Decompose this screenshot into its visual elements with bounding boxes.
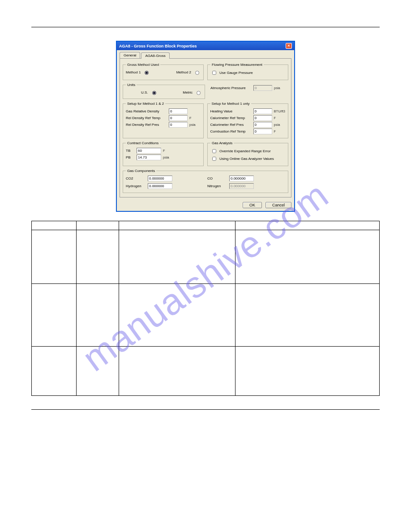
group-contract: Contract Conditions TB F PB psia (123, 141, 204, 166)
atm-unit: psia (274, 86, 280, 90)
cancel-button[interactable]: Cancel (265, 202, 291, 208)
co2-label: CO2 (126, 176, 146, 180)
group-setup-1: Setup for Method 1 only Heating Value BT… (207, 102, 288, 138)
method2-radio[interactable] (195, 71, 199, 75)
tb-label: TB (126, 149, 135, 153)
units-us-label: U.S. (141, 90, 148, 94)
pb-input[interactable] (137, 154, 161, 160)
rel-temp-label: Rel Density Ref Temp (126, 116, 167, 120)
group-legend: Flowing Pressure Measurement (210, 63, 264, 67)
units-metric-radio[interactable] (197, 91, 201, 95)
td (235, 284, 380, 347)
hv-input[interactable] (253, 108, 272, 114)
group-legend: Setup for Method 1 & 2 (126, 102, 165, 106)
group-legend: Setup for Method 1 only (210, 102, 251, 106)
online-checkbox[interactable] (212, 157, 216, 161)
table-row (32, 230, 380, 284)
n2-input (229, 183, 254, 189)
close-icon[interactable]: × (286, 43, 292, 49)
cal-pres-unit: psia (274, 123, 280, 127)
pb-label: PB (126, 155, 135, 159)
th (235, 221, 380, 230)
group-gross-method: Gross Method Used Method 1 Method 2 (123, 63, 204, 80)
table-row (32, 347, 380, 396)
rel-temp-input[interactable] (169, 115, 188, 121)
h2-input[interactable] (148, 183, 172, 189)
atm-pressure-label: Atmospheric Pressure (210, 86, 252, 90)
cal-temp-input[interactable] (253, 115, 272, 121)
grd-label: Gas Relative Density (126, 109, 167, 113)
group-flowing-pressure: Flowing Pressure Measurement Use Gauge P… (207, 63, 288, 80)
use-gauge-checkbox[interactable] (212, 71, 216, 75)
pb-unit: psia (163, 155, 169, 159)
override-checkbox[interactable] (212, 149, 216, 153)
titlebar: AGA8 - Gross Function Block Properties × (117, 42, 294, 50)
group-gas-components: Gas Components CO2 CO Hydrogen (123, 169, 288, 193)
parameter-table (31, 221, 380, 396)
tab-general[interactable]: General (120, 52, 140, 58)
td (32, 284, 77, 347)
group-legend: Gross Method Used (126, 63, 160, 67)
online-label: Using Online Gas Analyzer Values (219, 157, 274, 161)
dialog-window: AGA8 - Gross Function Block Properties ×… (116, 41, 295, 212)
tb-input[interactable] (137, 148, 161, 154)
td (32, 347, 77, 396)
tb-unit: F (163, 149, 165, 153)
td (77, 284, 119, 347)
use-gauge-label: Use Gauge Pressure (219, 71, 253, 75)
group-legend: Contract Conditions (126, 141, 160, 145)
rel-temp-unit: F (189, 116, 192, 120)
comb-temp-unit: F (274, 129, 276, 133)
grd-input[interactable] (169, 108, 188, 114)
method2-label: Method 2 (176, 70, 191, 74)
td (77, 347, 119, 396)
button-row: OK Cancel (117, 200, 294, 211)
hv-label: Heating Value (210, 109, 252, 113)
rel-pres-label: Rel Density Ref Pres (126, 123, 167, 127)
comb-temp-input[interactable] (253, 129, 272, 134)
group-legend: Gas Components (126, 169, 156, 173)
tabstrip: General AGA8-Gross (117, 50, 294, 58)
td (32, 230, 77, 284)
group-legend: Gas Analysis (210, 141, 234, 145)
table-row (32, 284, 380, 347)
bottom-rule (31, 409, 380, 410)
rel-pres-unit: psia (189, 123, 196, 127)
th (32, 221, 77, 230)
table-header-row (32, 221, 380, 230)
comb-temp-label: Combustion Ref Temp (210, 129, 252, 133)
override-label: Override Expanded Range Error (219, 149, 271, 153)
th (77, 221, 119, 230)
group-units: Units U.S. Metric (123, 83, 205, 99)
atm-pressure-input (253, 85, 272, 91)
group-legend: Units (126, 83, 137, 87)
td (235, 230, 380, 284)
co-label: CO (207, 176, 227, 180)
td (235, 347, 380, 396)
method1-radio[interactable] (145, 71, 149, 75)
td (119, 230, 235, 284)
cal-temp-label: Calorimeter Ref Temp (210, 116, 252, 120)
ok-button[interactable]: OK (243, 202, 262, 208)
units-us-radio[interactable] (152, 91, 156, 95)
co2-input[interactable] (148, 176, 172, 181)
window-title: AGA8 - Gross Function Block Properties (119, 44, 197, 48)
method1-label: Method 1 (126, 70, 141, 74)
group-gas-analysis: Gas Analysis Override Expanded Range Err… (207, 141, 288, 166)
rel-pres-input[interactable] (169, 122, 188, 128)
n2-label: Nitrogen (207, 184, 227, 188)
dialog-figure: AGA8 - Gross Function Block Properties ×… (31, 41, 380, 212)
tab-panel: Gross Method Used Method 1 Method 2 Flow… (120, 58, 291, 197)
h2-label: Hydrogen (126, 184, 146, 188)
tab-aga8-gross[interactable]: AGA8-Gross (141, 52, 169, 59)
td (77, 230, 119, 284)
top-rule (31, 27, 380, 27)
hv-unit: BTU/ft3 (274, 109, 285, 113)
units-metric-label: Metric (183, 90, 193, 94)
cal-pres-input[interactable] (253, 122, 272, 128)
cal-pres-label: Calorimeter Ref Pres (210, 123, 252, 127)
th (119, 221, 235, 230)
cal-temp-unit: F (274, 116, 276, 120)
td (119, 284, 235, 347)
co-input[interactable] (229, 176, 254, 181)
